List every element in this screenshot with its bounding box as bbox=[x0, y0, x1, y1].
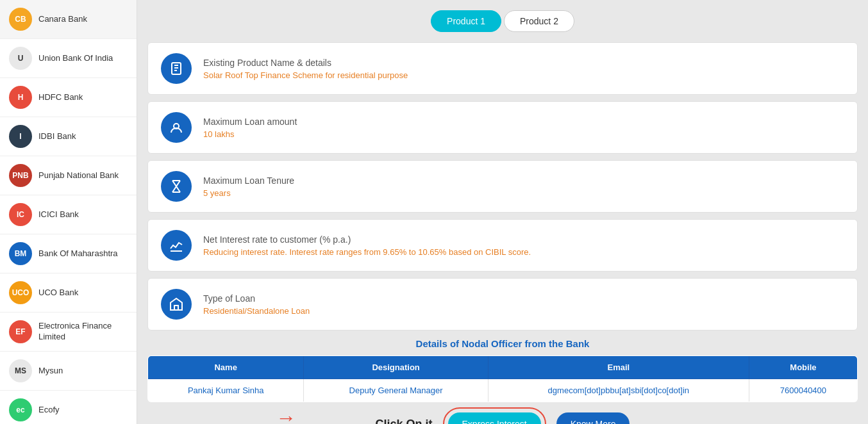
max-loan-tenure-label: Maximum Loan Tenure bbox=[203, 175, 294, 186]
idbi-bank-name: IDBI Bank bbox=[38, 131, 76, 142]
sidebar-item-mysun[interactable]: MSMysun bbox=[0, 352, 137, 391]
type-of-loan-value: Residential/Standalone Loan bbox=[203, 306, 310, 316]
arrow-icon: → bbox=[276, 406, 296, 424]
max-loan-amount-content: Maximum Loan amount10 lakhs bbox=[203, 117, 297, 139]
nodal-table-header-name: Name bbox=[148, 356, 304, 379]
net-interest-rate-value: Reducing interest rate. Interest rate ra… bbox=[203, 247, 531, 257]
info-cards: Existing Product Name & detailsSolar Roo… bbox=[147, 42, 858, 330]
pnb-name: Punjab National Bank bbox=[38, 170, 119, 181]
net-interest-rate-label: Net Interest rate to customer (% p.a.) bbox=[203, 234, 531, 245]
type-of-loan-icon bbox=[161, 289, 192, 320]
bank-of-maharashtra-logo: BM bbox=[9, 242, 32, 265]
sidebar-item-canara-bank[interactable]: CBCanara Bank bbox=[0, 0, 137, 39]
idbi-bank-logo: I bbox=[9, 125, 32, 148]
info-card-max-loan-tenure: Maximum Loan Tenure5 years bbox=[147, 160, 858, 213]
sidebar-item-idbi-bank[interactable]: IIDBI Bank bbox=[0, 117, 137, 156]
nodal-email: dgmecom[dot]pbbu[at]sbi[dot]co[dot]in bbox=[488, 379, 749, 402]
uco-bank-name: UCO Bank bbox=[38, 288, 78, 298]
sidebar-item-uco-bank[interactable]: UCOUCO Bank bbox=[0, 273, 137, 313]
sidebar-item-ecofy[interactable]: ecEcofy bbox=[0, 391, 137, 424]
sidebar-item-union-bank[interactable]: UUnion Bank Of India bbox=[0, 39, 137, 78]
tab-product1[interactable]: Product 1 bbox=[431, 10, 501, 32]
sidebar-item-icici-bank[interactable]: ICICICI Bank bbox=[0, 195, 137, 234]
sidebar-item-bank-of-maharashtra[interactable]: BMBank Of Maharashtra bbox=[0, 234, 137, 273]
nodal-table-header-email: Email bbox=[488, 356, 749, 379]
sidebar-item-pnb[interactable]: PNBPunjab National Bank bbox=[0, 156, 137, 195]
sidebar-item-hdfc-bank[interactable]: HHDFC Bank bbox=[0, 78, 137, 117]
icici-bank-name: ICICI Bank bbox=[38, 209, 79, 220]
action-area: Click On it → Express Interest Know More bbox=[147, 412, 858, 424]
info-card-existing-product: Existing Product Name & detailsSolar Roo… bbox=[147, 42, 858, 95]
nodal-table-header-mobile: Mobile bbox=[749, 356, 857, 379]
max-loan-amount-icon bbox=[161, 112, 192, 143]
canara-bank-logo: CB bbox=[9, 8, 32, 31]
net-interest-rate-icon bbox=[161, 230, 192, 261]
info-card-net-interest-rate: Net Interest rate to customer (% p.a.)Re… bbox=[147, 219, 858, 272]
existing-product-icon bbox=[161, 53, 192, 84]
sidebar: CBCanara BankUUnion Bank Of IndiaHHDFC B… bbox=[0, 0, 137, 424]
info-card-max-loan-amount: Maximum Loan amount10 lakhs bbox=[147, 101, 858, 154]
type-of-loan-content: Type of LoanResidential/Standalone Loan bbox=[203, 293, 310, 316]
svg-rect-6 bbox=[174, 306, 178, 310]
pnb-logo: PNB bbox=[9, 164, 32, 187]
electronica-logo: EF bbox=[9, 320, 32, 343]
union-bank-logo: U bbox=[9, 47, 32, 70]
canara-bank-name: Canara Bank bbox=[38, 14, 87, 25]
mysun-logo: MS bbox=[9, 359, 32, 382]
net-interest-rate-content: Net Interest rate to customer (% p.a.)Re… bbox=[203, 234, 531, 257]
union-bank-name: Union Bank Of India bbox=[38, 53, 113, 64]
existing-product-value: Solar Roof Top Finance Scheme for reside… bbox=[203, 70, 408, 80]
nodal-officer-table: NameDesignationEmailMobile Pankaj Kumar … bbox=[147, 355, 858, 402]
max-loan-tenure-icon bbox=[161, 171, 192, 202]
mysun-name: Mysun bbox=[38, 366, 63, 377]
tab-product2[interactable]: Product 2 bbox=[504, 10, 574, 32]
nodal-designation: Deputy General Manager bbox=[304, 379, 488, 402]
main-content: Product 1Product 2 Existing Product Name… bbox=[137, 0, 868, 424]
hdfc-bank-logo: H bbox=[9, 86, 32, 109]
click-hint-text: Click On it bbox=[376, 418, 433, 425]
existing-product-content: Existing Product Name & detailsSolar Roo… bbox=[203, 58, 408, 80]
know-more-button[interactable]: Know More bbox=[556, 412, 630, 424]
nodal-officer-section: Details of Nodal Officer from the Bank N… bbox=[147, 338, 858, 402]
product-tabs: Product 1Product 2 bbox=[147, 10, 858, 32]
icici-bank-logo: IC bbox=[9, 203, 32, 226]
type-of-loan-label: Type of Loan bbox=[203, 293, 310, 304]
max-loan-amount-label: Maximum Loan amount bbox=[203, 117, 297, 127]
uco-bank-logo: UCO bbox=[9, 281, 32, 304]
electronica-name: Electronica Finance Limited bbox=[38, 321, 128, 343]
max-loan-tenure-value: 5 years bbox=[203, 188, 294, 198]
hdfc-bank-name: HDFC Bank bbox=[38, 92, 83, 103]
express-interest-button[interactable]: Express Interest bbox=[448, 412, 541, 424]
ecofy-logo: ec bbox=[9, 398, 32, 421]
max-loan-amount-value: 10 lakhs bbox=[203, 129, 297, 139]
info-card-type-of-loan: Type of LoanResidential/Standalone Loan bbox=[147, 278, 858, 330]
nodal-section-title: Details of Nodal Officer from the Bank bbox=[147, 338, 858, 349]
nodal-name: Pankaj Kumar Sinha bbox=[148, 379, 304, 402]
nodal-table-header-designation: Designation bbox=[304, 356, 488, 379]
max-loan-tenure-content: Maximum Loan Tenure5 years bbox=[203, 175, 294, 198]
nodal-table-row: Pankaj Kumar SinhaDeputy General Manager… bbox=[148, 379, 858, 402]
bank-of-maharashtra-name: Bank Of Maharashtra bbox=[38, 249, 118, 259]
nodal-mobile: 7600040400 bbox=[749, 379, 857, 402]
existing-product-label: Existing Product Name & details bbox=[203, 58, 408, 68]
ecofy-name: Ecofy bbox=[38, 405, 60, 416]
sidebar-item-electronica[interactable]: EFElectronica Finance Limited bbox=[0, 313, 137, 352]
